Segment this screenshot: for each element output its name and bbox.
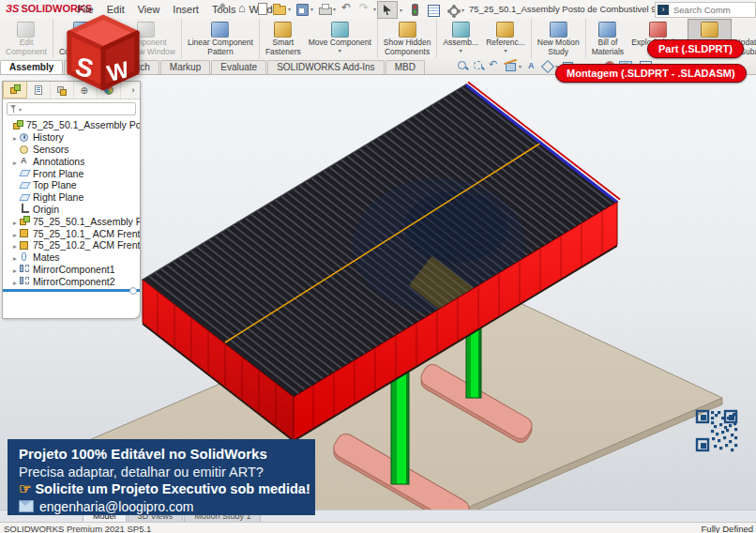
select-cursor-icon[interactable] (377, 1, 398, 19)
tree-item[interactable]: Origin (3, 204, 140, 216)
ribbon-button[interactable]: Move Component ▾ (305, 19, 378, 58)
ribbon-button-icon (452, 22, 470, 38)
new-document-icon[interactable] (254, 2, 269, 16)
tree-item-label: Front Plane (33, 168, 83, 179)
tree-item[interactable]: Front Plane (3, 167, 140, 179)
tree-item[interactable]: History (3, 131, 140, 144)
ribbon-button[interactable]: Referenc... ▾ (482, 19, 532, 58)
left-column[interactable] (391, 372, 409, 484)
redo-caret-icon[interactable]: ▾ (373, 6, 376, 12)
open-icon[interactable] (272, 2, 287, 16)
email-icon (19, 500, 34, 512)
tree-item-label: Right Plane (33, 191, 83, 203)
tab-propertymanager[interactable] (27, 82, 51, 99)
tree-item[interactable]: Annotations (3, 155, 140, 167)
pin-menu-icon[interactable] (214, 4, 225, 15)
tree-item[interactable]: Right Plane (3, 191, 140, 204)
zoom-fit-icon[interactable] (456, 59, 470, 73)
commandmanager-tab[interactable]: Assembly (0, 60, 63, 74)
tree-item-icon (19, 215, 31, 227)
undo-icon[interactable] (340, 2, 355, 16)
expand-arrow-icon[interactable] (11, 264, 19, 275)
search-box[interactable]: › (655, 2, 756, 18)
quick-access-toolbar: ▾ ▾ ▾ ▾ (236, 2, 377, 16)
tree-item[interactable]: 75_25_10.1_ ACM Frente 9m<1> ( (3, 227, 140, 239)
settings-caret-icon[interactable]: ▾ (461, 7, 464, 13)
ribbon-button-caret-icon[interactable]: ▾ (504, 48, 507, 54)
ribbon-button[interactable]: Linear Component Pattern ▾ (184, 19, 260, 58)
tree-item-icon (19, 179, 31, 191)
ribbon-button-caret-icon[interactable]: ▾ (339, 48, 341, 54)
tool-icons: ▾ ▾ (377, 1, 465, 19)
tree-item-icon (19, 263, 31, 275)
dynamic-annotation-views-icon[interactable] (524, 59, 538, 73)
menu-item[interactable]: Insert (173, 4, 199, 15)
rebuild-traffic-light-icon[interactable] (407, 3, 422, 17)
tree-item[interactable]: Top Plane (3, 179, 140, 191)
ribbon-button-caret-icon[interactable]: ▾ (460, 48, 462, 54)
commandmanager-tab[interactable]: Evaluate (211, 60, 266, 74)
tree-item-icon (19, 251, 31, 264)
ribbon-button[interactable]: Show Hidden Components ▾ (380, 19, 438, 58)
zoom-area-icon[interactable] (472, 59, 486, 73)
rollback-bar[interactable] (3, 289, 140, 292)
tree-item[interactable]: Mates (3, 251, 140, 264)
redo-icon[interactable] (357, 2, 372, 16)
section-view-icon[interactable] (504, 59, 518, 73)
tree-item[interactable]: 75_25_10.2_ ACM Frente 17m<1> (3, 239, 140, 251)
options-table-icon[interactable] (426, 3, 441, 17)
ribbon-button[interactable]: New Motion Study ▾ (534, 19, 586, 58)
ribbon-button-label: Bill of Materials (592, 38, 624, 56)
settings-gear-icon[interactable] (445, 3, 460, 17)
ribbon-button[interactable]: Bill of Materials ▾ (588, 19, 627, 58)
expand-arrow-icon[interactable] (11, 216, 19, 227)
print-icon[interactable] (317, 2, 332, 16)
view-orientation-icon[interactable] (540, 59, 554, 73)
banner-email: engenharia@loogipro.com (39, 498, 193, 516)
tree-item[interactable]: Sensors (3, 144, 140, 156)
print-caret-icon[interactable]: ▾ (333, 6, 336, 12)
commandmanager-tab[interactable]: MBD (386, 60, 425, 74)
tree-filter-box[interactable]: ▾ (7, 102, 136, 115)
ribbon-button[interactable]: Assemb... ▾ (439, 19, 482, 58)
expand-arrow-icon[interactable] (11, 228, 19, 239)
ribbon-button-label: New Motion Study (537, 38, 580, 56)
filter-caret-icon[interactable]: ▾ (19, 106, 22, 113)
select-caret-icon[interactable]: ▾ (400, 7, 402, 13)
tree-item-label: Origin (33, 204, 59, 215)
expand-arrow-icon[interactable] (11, 251, 19, 263)
expand-arrow-icon[interactable] (11, 156, 19, 167)
expand-arrow-icon[interactable] (11, 239, 19, 251)
tree-item-label: Sensors (33, 144, 69, 155)
save-icon[interactable] (295, 2, 310, 16)
ribbon-button-label: Edit Component (6, 38, 47, 56)
tree-item[interactable]: 75_25_50.1_Assembly Posto de Co (3, 215, 140, 227)
feature-tree: 75_25_50.1_Assembly Posto de Comt Histor… (3, 118, 140, 287)
ribbon-button-icon (274, 22, 292, 38)
expand-arrow-icon[interactable] (11, 131, 19, 143)
open-caret-icon[interactable]: ▾ (288, 6, 291, 12)
tree-item[interactable]: MirrorComponent2 (3, 275, 140, 287)
ribbon-button-icon (550, 22, 567, 38)
tree-item-label: MirrorComponent1 (33, 264, 115, 275)
tree-item-icon (19, 155, 31, 167)
home-icon[interactable] (236, 2, 251, 16)
tree-item[interactable]: MirrorComponent1 (3, 264, 140, 276)
section-view-caret-icon[interactable]: ▾ (519, 63, 522, 69)
search-input[interactable] (672, 4, 755, 16)
commandmanager-tab[interactable]: Markup (160, 60, 210, 74)
solidworks-window: ЗSSOLIDWORKS FileEditViewInsertToolsWind… (0, 0, 756, 533)
save-caret-icon[interactable]: ▾ (310, 6, 313, 12)
tree-item-icon (19, 239, 31, 251)
previous-view-icon[interactable] (488, 59, 502, 73)
tab-feature-tree[interactable] (3, 82, 27, 99)
ribbon-button[interactable]: Edit Component ▾ (2, 19, 53, 58)
commandmanager-tab[interactable]: SOLIDWORKS Add-Ins (267, 60, 384, 74)
expand-arrow-icon[interactable] (11, 276, 19, 287)
rollback-handle[interactable] (129, 287, 137, 295)
tree-item-icon (19, 131, 31, 144)
ribbon-button[interactable]: Smart Fasteners ▾ (262, 19, 305, 58)
solidworks-cube-logo: S W (58, 13, 148, 92)
banner-line2: Precisa adaptar, detalhar ou emitir ART? (19, 464, 304, 481)
tree-item[interactable]: 75_25_50.1_Assembly Posto de Comt (3, 119, 140, 131)
